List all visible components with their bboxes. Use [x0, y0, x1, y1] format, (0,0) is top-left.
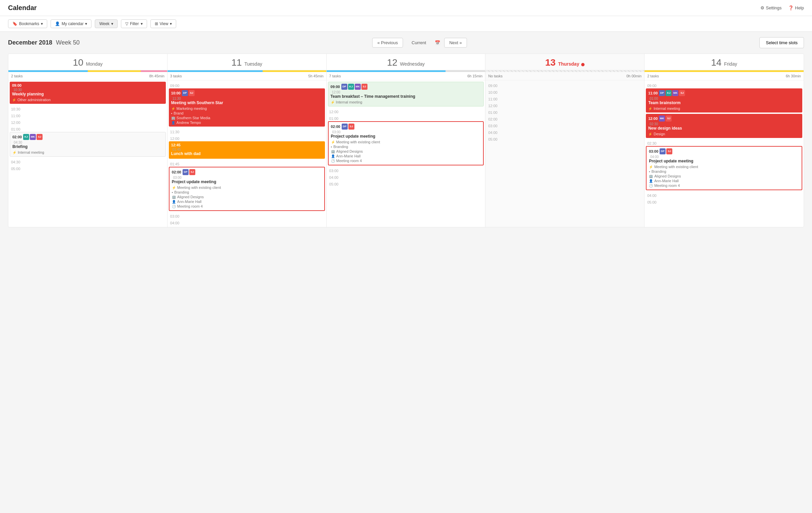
avatar-row: DPSJ — [342, 124, 354, 129]
day-events: 09:0011:00DPKJMKSJ01:00Team brainstorm⚡ … — [644, 80, 804, 227]
day-name: Thursday — [558, 61, 579, 67]
detail-icon: 👤 — [172, 200, 176, 204]
week-button[interactable]: Week ▾ — [95, 20, 117, 28]
detail-icon: ⚡ — [12, 151, 17, 154]
my-calendar-button[interactable]: 👤 My calendar ▾ — [51, 20, 91, 28]
avatar: MK — [659, 116, 665, 122]
event-title: New design ideas — [648, 126, 800, 130]
calendar-nav: December 2018 Week 50 « Previous Current… — [8, 37, 804, 48]
filter-button[interactable]: ▽ Filter ▾ — [121, 20, 147, 28]
event-block[interactable]: 02:00DPSJ03:00Project update meeting⚡ Me… — [328, 121, 484, 165]
event-block[interactable]: 09:0010:30Weekly planning⚡ Other adminis… — [10, 82, 166, 104]
calendar-container: December 2018 Week 50 « Previous Current… — [0, 32, 812, 233]
time-label: 05:00 — [10, 165, 166, 172]
day-number: 11 — [231, 57, 242, 68]
avatar: SJ — [189, 169, 195, 175]
avatar: DP — [342, 124, 348, 129]
day-events: 09:0010:0011:0012:0001:0002:0003:0004:00… — [485, 80, 644, 227]
chevron-down-icon: ▾ — [85, 22, 87, 26]
detail-text: Design — [654, 132, 665, 136]
hours-total: 0h 00min — [627, 74, 641, 78]
select-time-slots-button[interactable]: Select time slots — [759, 37, 804, 48]
event-block[interactable]: 12:4501:45Lunch with dad — [169, 141, 325, 159]
event-block[interactable]: 10:00DPSJ11:30Meeting with Southern Star… — [169, 88, 325, 127]
time-label: 09:00 — [646, 82, 802, 88]
avatar-row: DPSJ — [182, 169, 195, 175]
avatar: SJ — [361, 84, 368, 90]
event-time-row: 03:00DPSJ — [649, 148, 799, 154]
event-block[interactable]: 02:00KJMKSJ04:30Briefing⚡ Internal meeti… — [10, 132, 166, 157]
next-button[interactable]: Next » — [444, 38, 467, 48]
bookmarks-button[interactable]: 🔖 Bookmarks ▾ — [8, 20, 47, 28]
calendar-icon[interactable]: 📅 — [435, 40, 440, 45]
day-header-monday: 10 Monday — [8, 54, 167, 70]
event-detail: 🏢 Aligned Designs — [649, 174, 799, 179]
avatar: DP — [341, 84, 347, 90]
hours-total: 6h 30min — [786, 74, 801, 78]
avatar-row: DPKJMKSJ — [341, 84, 368, 90]
time-label: 09:00 — [169, 82, 325, 88]
detail-icon: ▪ — [649, 170, 650, 174]
day-column-monday: 10 Monday2 tasks8h 45min09:0010:30Weekly… — [8, 54, 168, 227]
day-number: 14 — [711, 57, 722, 68]
event-block[interactable]: 09:00DPKJMKSJ12:00Team breakfast – Time … — [328, 82, 484, 107]
view-button[interactable]: ⊞ View ▾ — [150, 20, 177, 28]
event-end-time: 12:00 — [332, 90, 482, 94]
chevron-down-icon: ▾ — [141, 22, 143, 26]
event-detail: 👤 Andrew Tempo — [171, 120, 323, 125]
event-block[interactable]: 12:00MKSJ02:30New design ideas⚡ Design — [646, 114, 802, 138]
event-block[interactable]: 11:00DPKJMKSJ01:00Team brainstorm⚡ Inter… — [646, 88, 802, 113]
detail-text: Meeting room 4 — [654, 183, 680, 187]
time-label: 11:00 — [10, 112, 166, 119]
day-name: Monday — [86, 61, 103, 67]
time-label: 01:00 — [328, 115, 484, 121]
event-time-row: 09:00 — [12, 83, 164, 87]
day-header-wednesday: 12 Wednesday — [327, 54, 485, 70]
previous-button[interactable]: « Previous — [372, 38, 403, 48]
time-label: 12:00 — [10, 119, 166, 125]
event-detail: ▪ Branding — [331, 144, 481, 149]
event-title: Team breakfast – Time management trainin… — [330, 94, 482, 99]
event-block[interactable]: 02:00DPSJ03:00Project update meeting⚡ Me… — [169, 167, 325, 211]
detail-text: Southern Star Media — [177, 116, 210, 120]
day-column-wednesday: 12 Wednesday7 tasks6h 15min09:00DPKJMKSJ… — [327, 54, 486, 227]
event-block[interactable]: 03:00DPSJ04:00Project update meeting⚡ Me… — [646, 146, 802, 190]
event-end-time: 02:30 — [649, 122, 800, 126]
event-time-row: 12:45 — [171, 143, 323, 147]
day-name: Tuesday — [244, 61, 262, 67]
settings-link[interactable]: ⚙ Settings — [760, 5, 782, 10]
day-stats: 3 tasks5h 45min — [168, 72, 326, 80]
detail-text: Meeting with existing client — [336, 140, 380, 144]
day-header-tuesday: 11 Tuesday — [168, 54, 326, 70]
event-detail: ▪ Branding — [649, 169, 799, 174]
today-dot — [581, 63, 584, 66]
chevron-down-icon: ▾ — [111, 22, 113, 26]
detail-text: Branding — [333, 145, 348, 149]
time-label: 10:00 — [487, 88, 643, 95]
day-events: 09:0010:30Weekly planning⚡ Other adminis… — [8, 80, 167, 227]
event-end-time: 01:45 — [173, 148, 323, 151]
help-link[interactable]: ❓ Help — [788, 5, 804, 10]
day-column-thursday: 13 ThursdayNo tasks0h 00min09:0010:0011:… — [485, 54, 644, 227]
detail-text: Meeting room 4 — [336, 159, 362, 163]
time-label: 10:30 — [10, 105, 166, 112]
detail-icon: ⚡ — [171, 107, 175, 111]
detail-text: Aligned Designs — [336, 149, 363, 153]
time-label: 12:00 — [328, 108, 484, 115]
event-detail: 👤 Ann-Marie Hall — [172, 199, 322, 204]
settings-icon: ⚙ — [760, 5, 764, 10]
event-title: Project update meeting — [331, 134, 481, 139]
time-label: 01:00 — [487, 109, 643, 115]
detail-text: Internal meeting — [336, 100, 362, 104]
time-label: 04:00 — [646, 191, 802, 198]
event-detail: ⚡ Design — [648, 131, 800, 136]
current-button[interactable]: Current — [407, 38, 431, 47]
day-header-thursday: 13 Thursday — [485, 54, 644, 70]
avatar: SJ — [666, 116, 672, 122]
event-detail: 👤 Ann-Marie Hall — [331, 154, 481, 158]
event-detail: ⚡ Internal meeting — [648, 106, 800, 111]
time-label: 03:00 — [169, 212, 325, 219]
event-end-time: 03:00 — [173, 176, 322, 180]
task-count: No tasks — [488, 74, 502, 78]
event-detail: 🏢 Southern Star Media — [171, 116, 323, 120]
